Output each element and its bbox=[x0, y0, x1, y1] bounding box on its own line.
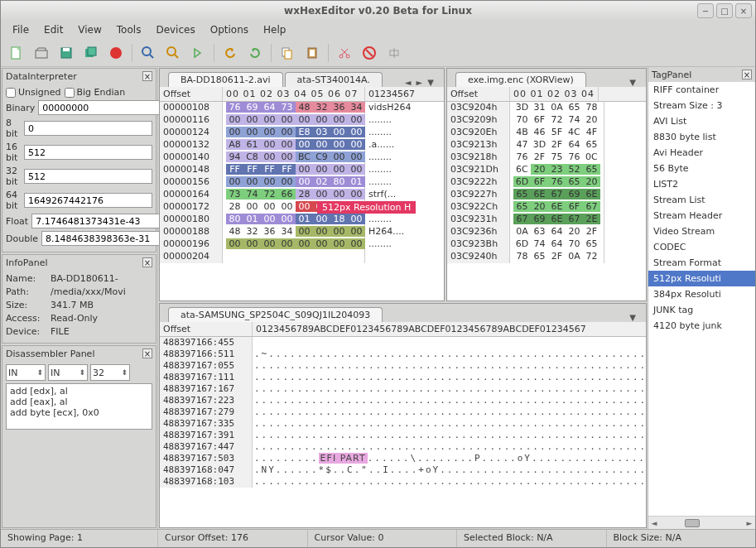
tab-exe-img[interactable]: exe.img.enc (XORView) bbox=[455, 72, 586, 87]
big-endian-checkbox[interactable]: Big Endian bbox=[65, 87, 126, 98]
search-replace-icon[interactable] bbox=[162, 42, 184, 64]
insert-icon[interactable] bbox=[383, 42, 405, 64]
svg-rect-12 bbox=[285, 50, 291, 59]
menu-devices[interactable]: Devices bbox=[149, 22, 201, 37]
svg-rect-14 bbox=[310, 50, 315, 56]
hex-grid[interactable]: 488397166:455488397166:511.~............… bbox=[160, 337, 646, 527]
delete-icon[interactable] bbox=[359, 42, 380, 64]
status-bar: Showing Page: 1 Cursor Offset: 176 Curso… bbox=[1, 529, 755, 547]
menu-options[interactable]: Options bbox=[204, 22, 255, 37]
tag-item[interactable]: 512px Resoluti bbox=[648, 271, 755, 286]
64bit-label: 64 bit bbox=[6, 190, 21, 211]
panel-close-icon[interactable]: × bbox=[142, 257, 152, 267]
panel-close-icon[interactable]: × bbox=[142, 349, 152, 358]
64bit-input[interactable] bbox=[24, 193, 152, 208]
disasm-select-2[interactable]: IN bbox=[48, 364, 88, 381]
32bit-label: 32 bit bbox=[6, 166, 21, 187]
hex-grid[interactable]: 03C9204h3D310A657803C9209h706F72742003C9… bbox=[447, 102, 646, 300]
svg-point-6 bbox=[110, 47, 122, 59]
search-icon[interactable] bbox=[137, 42, 159, 64]
menu-help[interactable]: Help bbox=[257, 22, 292, 37]
hex-editor-left: BA-DD180611-2.avi ata-ST340014A. ◄►▼ Off… bbox=[159, 68, 445, 301]
svg-point-16 bbox=[346, 55, 349, 58]
tag-item[interactable]: Stream Header bbox=[648, 208, 755, 224]
menu-edit[interactable]: Edit bbox=[37, 22, 70, 37]
tag-item[interactable]: Video Stream bbox=[648, 224, 755, 239]
tab-samsung[interactable]: ata-SAMSUNG_SP2504C_S09QJ1IL204093 bbox=[168, 307, 383, 322]
unsigned-checkbox[interactable]: Unsigned bbox=[6, 87, 61, 98]
tab-right-icon[interactable]: ► bbox=[415, 78, 425, 87]
float-input[interactable] bbox=[31, 214, 160, 228]
16bit-input[interactable] bbox=[24, 145, 152, 160]
offset-header: Offset bbox=[160, 87, 223, 101]
menu-view[interactable]: View bbox=[71, 22, 108, 37]
tag-item[interactable]: 56 Byte bbox=[648, 161, 755, 176]
32bit-input[interactable] bbox=[24, 169, 152, 184]
panel-close-icon[interactable]: × bbox=[142, 71, 152, 81]
save-all-icon[interactable] bbox=[80, 42, 102, 64]
tab-dropdown-icon[interactable]: ▼ bbox=[628, 313, 638, 322]
8bit-input[interactable] bbox=[24, 121, 152, 136]
maximize-button[interactable]: □ bbox=[716, 3, 733, 18]
info-panel-title: InfoPanel bbox=[6, 257, 48, 268]
info-panel: InfoPanel × Name:BA-DD180611- Path:/medi… bbox=[2, 254, 156, 344]
tag-item[interactable]: 384px Resoluti bbox=[648, 286, 755, 302]
tag-item[interactable]: Avi Header bbox=[648, 145, 755, 161]
tab-avi-file[interactable]: BA-DD180611-2.avi bbox=[168, 72, 283, 87]
tag-scrollbar[interactable]: ◄ ► bbox=[648, 516, 755, 529]
double-label: Double bbox=[6, 233, 38, 244]
close-button[interactable]: × bbox=[735, 3, 752, 18]
tag-item[interactable]: Stream Size : 3 bbox=[648, 98, 755, 113]
goto-icon[interactable] bbox=[187, 42, 209, 64]
scroll-thumb[interactable] bbox=[685, 519, 700, 527]
svg-point-7 bbox=[142, 47, 151, 55]
tag-item[interactable]: Stream List bbox=[648, 192, 755, 208]
titlebar[interactable]: wxHexEditor v0.20 Beta for Linux − □ × bbox=[1, 1, 755, 21]
svg-line-8 bbox=[150, 55, 153, 58]
disasm-select-1[interactable]: IN bbox=[6, 364, 46, 381]
open-file-icon[interactable] bbox=[31, 42, 52, 64]
new-file-icon[interactable] bbox=[6, 42, 27, 64]
menu-file[interactable]: File bbox=[6, 22, 36, 37]
svg-rect-5 bbox=[88, 47, 96, 55]
copy-icon[interactable] bbox=[277, 42, 298, 64]
tag-item[interactable]: LIST2 bbox=[648, 176, 755, 192]
cut-icon[interactable] bbox=[334, 42, 355, 64]
tab-ata-device[interactable]: ata-ST340014A. bbox=[285, 72, 383, 87]
svg-line-10 bbox=[175, 55, 178, 58]
device-value: FILE bbox=[51, 326, 70, 337]
disasm-select-3[interactable]: 32 bbox=[90, 364, 130, 381]
menu-tools[interactable]: Tools bbox=[110, 22, 148, 37]
undo-icon[interactable] bbox=[219, 42, 241, 64]
stop-icon[interactable] bbox=[105, 42, 127, 64]
hex-editor-bottom: ata-SAMSUNG_SP2504C_S09QJ1IL204093 ▼ Off… bbox=[159, 303, 647, 528]
ascii-header: 01234567 bbox=[365, 87, 418, 101]
tag-item[interactable]: 8830 byte list bbox=[648, 129, 755, 145]
access-value: Read-Only bbox=[51, 313, 98, 324]
hex-tooltip: 512px Resolution H bbox=[317, 201, 416, 214]
panel-close-icon[interactable]: × bbox=[742, 70, 752, 79]
tag-item[interactable]: CODEC bbox=[648, 239, 755, 255]
tag-item[interactable]: JUNK tag bbox=[648, 302, 755, 318]
minimize-button[interactable]: − bbox=[697, 3, 714, 18]
paste-icon[interactable] bbox=[301, 42, 323, 64]
scroll-right-icon[interactable]: ► bbox=[744, 519, 755, 527]
menubar: File Edit View Tools Devices Options Hel… bbox=[1, 21, 755, 39]
tag-item[interactable]: RIFF container bbox=[648, 82, 755, 98]
bytes-header: 00 01 02 03 04 bbox=[510, 87, 599, 101]
disassembler-title: Disassembler Panel bbox=[6, 349, 94, 359]
hex-grid[interactable]: 512px Resolution H 000001087669647348323… bbox=[160, 102, 444, 300]
tab-dropdown-icon[interactable]: ▼ bbox=[628, 78, 638, 87]
binary-input[interactable] bbox=[38, 100, 166, 115]
save-icon[interactable] bbox=[55, 42, 77, 64]
scroll-left-icon[interactable]: ◄ bbox=[648, 519, 660, 527]
double-input[interactable] bbox=[41, 231, 170, 246]
tag-list[interactable]: RIFF containerStream Size : 3AVI List883… bbox=[648, 82, 755, 516]
redo-icon[interactable] bbox=[244, 42, 266, 64]
tab-dropdown-icon[interactable]: ▼ bbox=[426, 78, 436, 87]
status-page: Showing Page: 1 bbox=[1, 530, 158, 547]
tab-left-icon[interactable]: ◄ bbox=[403, 78, 413, 87]
tag-item[interactable]: AVI List bbox=[648, 113, 755, 129]
tag-item[interactable]: 4120 byte junk bbox=[648, 318, 755, 334]
tag-item[interactable]: Stream Format bbox=[648, 255, 755, 271]
